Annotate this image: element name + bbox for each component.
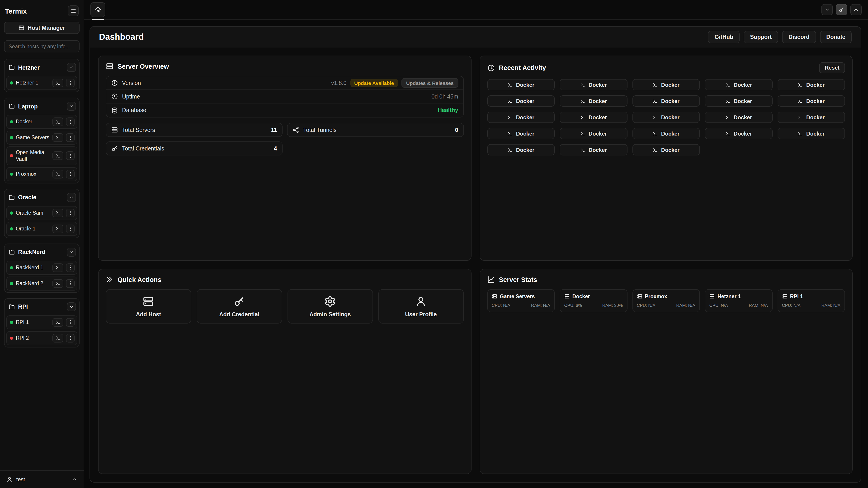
activity-item[interactable]: Docker bbox=[632, 144, 700, 156]
sidebar-menu-button[interactable] bbox=[68, 5, 79, 16]
host-terminal-button[interactable] bbox=[53, 225, 63, 233]
quick-action-add-credential[interactable]: Add Credential bbox=[197, 289, 282, 324]
host-options-button[interactable] bbox=[66, 279, 74, 288]
chevron-down-icon bbox=[69, 250, 74, 255]
terminal-icon bbox=[653, 98, 658, 104]
activity-item[interactable]: Docker bbox=[705, 128, 772, 139]
host-terminal-button[interactable] bbox=[53, 170, 63, 178]
server-stat-name-row: Hetzner 1 bbox=[709, 294, 768, 299]
terminal-icon bbox=[580, 115, 585, 120]
group-collapse-button[interactable] bbox=[67, 63, 76, 72]
host-terminal-button[interactable] bbox=[53, 209, 63, 217]
host-terminal-button[interactable] bbox=[53, 152, 63, 160]
header-link-github[interactable]: GitHub bbox=[708, 31, 740, 43]
terminal-icon bbox=[798, 82, 803, 88]
host-manager-button[interactable]: Host Manager bbox=[4, 22, 80, 34]
host-group-name: RackNerd bbox=[18, 249, 64, 256]
activity-item[interactable]: Docker bbox=[777, 128, 845, 139]
server-stat-card: Game ServersCPU: N/ARAM: N/A bbox=[487, 289, 555, 312]
quick-action-label: Add Credential bbox=[219, 311, 259, 318]
activity-item[interactable]: Docker bbox=[632, 111, 700, 123]
activity-item[interactable]: Docker bbox=[560, 111, 627, 123]
tabbar-collapse-button[interactable] bbox=[822, 4, 833, 15]
reset-button[interactable]: Reset bbox=[819, 62, 845, 73]
activity-item[interactable]: Docker bbox=[705, 95, 772, 107]
activity-item[interactable]: Docker bbox=[560, 79, 627, 90]
host-options-button[interactable] bbox=[66, 133, 74, 142]
host-item[interactable]: Proxmox bbox=[6, 167, 77, 181]
quick-action-admin-settings[interactable]: Admin Settings bbox=[287, 289, 373, 324]
host-group-header[interactable]: RPI bbox=[6, 300, 77, 314]
activity-item[interactable]: Docker bbox=[632, 79, 700, 90]
ssh-keys-button[interactable] bbox=[836, 4, 847, 15]
overview-row-value: Healthy bbox=[438, 107, 458, 113]
activity-item[interactable]: Docker bbox=[705, 79, 772, 90]
quick-action-user-profile[interactable]: User Profile bbox=[378, 289, 464, 324]
host-options-button[interactable] bbox=[66, 78, 74, 87]
host-search-input[interactable] bbox=[4, 40, 80, 53]
sidebar-footer[interactable]: test bbox=[0, 470, 84, 488]
activity-item[interactable]: Docker bbox=[487, 128, 555, 139]
activity-item-label: Docker bbox=[589, 130, 607, 137]
host-options-button[interactable] bbox=[66, 263, 74, 272]
group-collapse-button[interactable] bbox=[67, 302, 76, 311]
host-terminal-button[interactable] bbox=[53, 334, 63, 343]
terminal-icon bbox=[580, 82, 585, 88]
activity-item[interactable]: Docker bbox=[487, 95, 555, 107]
group-collapse-button[interactable] bbox=[67, 102, 76, 111]
host-item[interactable]: RackNerd 2 bbox=[6, 276, 77, 291]
host-options-button[interactable] bbox=[66, 170, 74, 178]
activity-item[interactable]: Docker bbox=[487, 111, 555, 123]
host-options-button[interactable] bbox=[66, 209, 74, 217]
host-item[interactable]: Game Servers bbox=[6, 131, 77, 144]
header-link-donate[interactable]: Donate bbox=[820, 31, 852, 43]
activity-item[interactable]: Docker bbox=[777, 95, 845, 107]
host-terminal-button[interactable] bbox=[53, 318, 63, 327]
host-item[interactable]: Open Media Vault bbox=[6, 147, 77, 165]
host-item[interactable]: Docker bbox=[6, 115, 77, 129]
host-terminal-button[interactable] bbox=[53, 263, 63, 272]
host-options-button[interactable] bbox=[66, 152, 74, 160]
host-terminal-button[interactable] bbox=[53, 279, 63, 288]
activity-item[interactable]: Docker bbox=[705, 111, 772, 123]
activity-item[interactable]: Docker bbox=[487, 144, 555, 156]
host-group-header[interactable]: Laptop bbox=[6, 100, 77, 113]
host-item[interactable]: RPI 2 bbox=[6, 331, 77, 345]
footer-collapse-button[interactable] bbox=[72, 477, 77, 482]
host-item[interactable]: RackNerd 1 bbox=[6, 261, 77, 275]
activity-item[interactable]: Docker bbox=[487, 79, 555, 90]
host-item[interactable]: RPI 1 bbox=[6, 315, 77, 329]
header-link-support[interactable]: Support bbox=[744, 31, 778, 43]
group-collapse-button[interactable] bbox=[67, 193, 76, 202]
activity-item[interactable]: Docker bbox=[632, 128, 700, 139]
activity-item[interactable]: Docker bbox=[777, 79, 845, 90]
host-group-header[interactable]: RackNerd bbox=[6, 246, 77, 259]
host-terminal-button[interactable] bbox=[53, 118, 63, 126]
host-group-header[interactable]: Oracle bbox=[6, 191, 77, 204]
tab-home[interactable] bbox=[90, 2, 105, 17]
host-group-header[interactable]: Hetzner bbox=[6, 61, 77, 74]
header-link-discord[interactable]: Discord bbox=[782, 31, 816, 43]
activity-item[interactable]: Docker bbox=[632, 95, 700, 107]
host-terminal-button[interactable] bbox=[53, 133, 63, 142]
server-overview-title: Server Overview bbox=[118, 63, 169, 70]
activity-item[interactable]: Docker bbox=[777, 111, 845, 123]
host-options-button[interactable] bbox=[66, 118, 74, 126]
quick-action-add-host[interactable]: Add Host bbox=[106, 289, 191, 324]
activity-item-label: Docker bbox=[589, 114, 607, 121]
host-item[interactable]: Oracle 1 bbox=[6, 222, 77, 236]
host-options-button[interactable] bbox=[66, 318, 74, 327]
activity-item[interactable]: Docker bbox=[560, 128, 627, 139]
tabbar-expand-button[interactable] bbox=[850, 4, 862, 15]
host-terminal-button[interactable] bbox=[53, 78, 63, 87]
host-options-button[interactable] bbox=[66, 225, 74, 233]
server-stat-name-row: RPI 1 bbox=[782, 294, 840, 299]
host-item[interactable]: Oracle Sam bbox=[6, 206, 77, 220]
updates-releases-button[interactable]: Updates & Releases bbox=[402, 78, 458, 88]
activity-item-label: Docker bbox=[516, 130, 534, 137]
activity-item[interactable]: Docker bbox=[560, 144, 627, 156]
host-item[interactable]: Hetzner 1 bbox=[6, 76, 77, 90]
activity-item[interactable]: Docker bbox=[560, 95, 627, 107]
group-collapse-button[interactable] bbox=[67, 248, 76, 257]
host-options-button[interactable] bbox=[66, 334, 74, 343]
